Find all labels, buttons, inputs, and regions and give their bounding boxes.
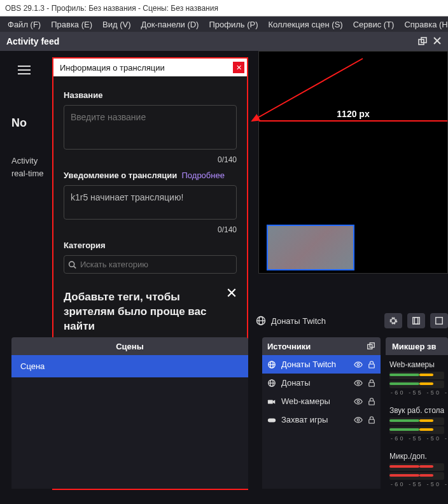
modal-close-icon[interactable]: ✕ bbox=[233, 62, 244, 73]
scene-item[interactable]: Сцена bbox=[11, 355, 248, 377]
px-label: 1120 px bbox=[259, 109, 447, 119]
lock-icon[interactable] bbox=[368, 360, 375, 369]
guide-line bbox=[259, 120, 447, 122]
svg-rect-29 bbox=[369, 382, 375, 386]
window-titlebar: OBS 29.1.3 - Профиль: Без названия - Сце… bbox=[0, 0, 448, 17]
svg-rect-15 bbox=[413, 318, 420, 325]
category-search[interactable] bbox=[64, 255, 237, 274]
svg-point-31 bbox=[357, 400, 360, 403]
name-counter: 0/140 bbox=[64, 155, 237, 164]
search-icon bbox=[68, 260, 76, 269]
svg-point-28 bbox=[357, 382, 360, 384]
notif-label: Уведомление о трансляции Подробнее bbox=[64, 171, 237, 180]
mixer-panel: Web-камеры-60 -55 -50 -45 -4Звук раб. ст… bbox=[386, 355, 448, 504]
tags-title: Добавьте теги, чтобы зрителям было проще… bbox=[64, 290, 237, 334]
mixer-channel[interactable]: Микр./доп.-60 -55 -50 -45 -4 bbox=[386, 447, 448, 487]
name-input[interactable] bbox=[64, 105, 237, 150]
source-icon bbox=[267, 416, 276, 424]
meter-ticks: -60 -55 -50 -45 -4 bbox=[389, 481, 444, 487]
lock-icon[interactable] bbox=[368, 416, 375, 424]
mixer-header: Микшер зв bbox=[386, 337, 448, 355]
lock-icon[interactable] bbox=[368, 379, 375, 388]
activity-title: No bbox=[11, 116, 27, 130]
meter-ticks: -60 -55 -50 -45 -4 bbox=[389, 435, 444, 442]
menu-scene-collection[interactable]: Коллекция сцен (S) bbox=[263, 20, 348, 29]
source-thumbnail[interactable] bbox=[267, 225, 354, 270]
visibility-icon[interactable] bbox=[354, 379, 363, 388]
svg-point-23 bbox=[357, 363, 360, 366]
menu-view[interactable]: Вид (V) bbox=[97, 20, 136, 29]
meter bbox=[389, 372, 444, 379]
activity-subtitle: Activityreal-time bbox=[11, 155, 44, 179]
name-label: Название bbox=[64, 90, 237, 100]
scenes-header: Сцены bbox=[11, 337, 248, 355]
source-icon bbox=[267, 379, 276, 388]
source-label: Web-камеры bbox=[281, 396, 349, 406]
source-icon bbox=[267, 360, 276, 369]
close-icon[interactable] bbox=[433, 36, 442, 46]
mixer-channel[interactable]: Web-камеры-60 -55 -50 -45 -4 bbox=[386, 355, 448, 396]
notif-more-link[interactable]: Подробнее bbox=[182, 171, 225, 180]
menu-profile[interactable]: Профиль (P) bbox=[204, 20, 263, 29]
menu-dock[interactable]: Док-панели (D) bbox=[136, 20, 204, 29]
category-input[interactable] bbox=[80, 260, 232, 269]
globe-icon bbox=[256, 316, 266, 326]
source-item[interactable]: Донаты Twitch bbox=[262, 355, 381, 374]
toolbar-label: Донаты Twitch bbox=[271, 316, 326, 326]
menu-edit[interactable]: Правка (E) bbox=[46, 20, 97, 29]
svg-rect-33 bbox=[268, 418, 276, 422]
svg-point-7 bbox=[69, 262, 74, 267]
meter bbox=[389, 417, 444, 425]
source-label: Донаты bbox=[281, 378, 349, 388]
menu-help[interactable]: Справка (H) bbox=[399, 20, 448, 29]
modal-title: Информация о трансляции bbox=[60, 63, 165, 73]
notif-input[interactable]: k1r5 начинает трансляцию! bbox=[64, 185, 237, 220]
hamburger-icon[interactable] bbox=[18, 65, 31, 75]
source-label: Захват игры bbox=[281, 415, 349, 424]
panel2-button[interactable] bbox=[430, 313, 448, 328]
meter-ticks: -60 -55 -50 -45 -4 bbox=[389, 389, 444, 396]
sources-list[interactable]: Донаты TwitchДонатыWeb-камерыЗахват игры bbox=[262, 355, 381, 489]
svg-rect-17 bbox=[436, 318, 443, 325]
panel-button[interactable] bbox=[407, 313, 425, 328]
source-icon bbox=[267, 397, 276, 406]
sources-header: Источники bbox=[262, 337, 381, 355]
menu-file[interactable]: Файл (F) bbox=[3, 20, 46, 29]
dock-title: Activity feed bbox=[6, 36, 59, 46]
preview-canvas[interactable]: 1120 px bbox=[258, 51, 448, 274]
settings-button[interactable] bbox=[384, 313, 402, 328]
scenes-list[interactable]: Сцена bbox=[11, 355, 248, 489]
menubar: Файл (F) Правка (E) Вид (V) Док-панели (… bbox=[0, 17, 448, 32]
meter bbox=[389, 381, 444, 388]
channel-name: Web-камеры bbox=[389, 360, 444, 369]
mixer-channel[interactable]: Звук раб. стола-60 -55 -50 -45 -4 bbox=[386, 401, 448, 442]
svg-rect-32 bbox=[369, 401, 375, 405]
popout-icon[interactable] bbox=[367, 342, 375, 351]
visibility-icon[interactable] bbox=[354, 397, 363, 406]
svg-rect-24 bbox=[369, 364, 375, 368]
notif-counter: 0/140 bbox=[64, 225, 237, 234]
svg-rect-35 bbox=[369, 419, 375, 423]
svg-line-8 bbox=[74, 266, 76, 268]
meter bbox=[389, 426, 444, 434]
meter bbox=[389, 463, 444, 471]
channel-name: Микр./доп. bbox=[389, 452, 444, 461]
menu-service[interactable]: Сервис (T) bbox=[348, 20, 400, 29]
svg-rect-30 bbox=[268, 400, 273, 403]
svg-rect-16 bbox=[414, 318, 417, 325]
visibility-icon[interactable] bbox=[354, 360, 363, 369]
svg-point-34 bbox=[357, 419, 360, 421]
source-item[interactable]: Web-камеры bbox=[262, 392, 381, 410]
lock-icon[interactable] bbox=[368, 397, 375, 406]
visibility-icon[interactable] bbox=[354, 416, 363, 424]
source-item[interactable]: Захват игры bbox=[262, 410, 381, 429]
popout-icon[interactable] bbox=[417, 36, 428, 46]
channel-name: Звук раб. стола bbox=[389, 406, 444, 415]
category-label: Категория bbox=[64, 241, 237, 250]
meter bbox=[389, 472, 444, 480]
source-item[interactable]: Донаты bbox=[262, 374, 381, 392]
sources-toolbar: Донаты Twitch bbox=[249, 312, 448, 330]
tags-close-icon[interactable] bbox=[227, 288, 237, 298]
dock-header: Activity feed bbox=[0, 32, 448, 51]
source-label: Донаты Twitch bbox=[281, 360, 349, 369]
